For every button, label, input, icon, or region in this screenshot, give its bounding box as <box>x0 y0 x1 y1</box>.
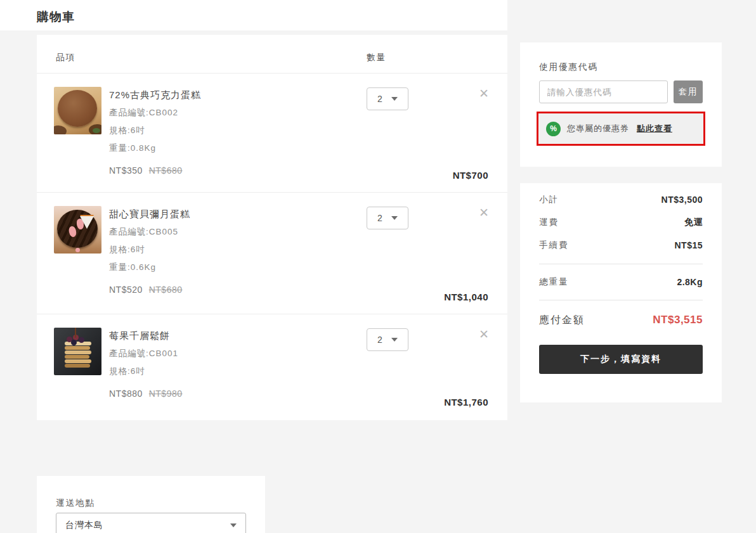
original-price: NT$680 <box>149 165 183 176</box>
line-total: NT$1,040 <box>444 292 488 302</box>
handling-fee-row: 手續費 NT$15 <box>539 234 703 257</box>
item-column-header: 品項 <box>56 52 75 63</box>
product-info: 72%古典巧克力蛋糕 產品編號:CB002 規格:6吋 重量:0.8Kg NT$… <box>109 86 362 176</box>
cart-item-row: 72%古典巧克力蛋糕 產品編號:CB002 規格:6吋 重量:0.8Kg NT$… <box>37 74 507 193</box>
product-code: 產品編號:CB001 <box>109 345 362 363</box>
original-price: NT$680 <box>149 285 183 295</box>
product-name: 莓果千層鬆餅 <box>109 327 362 345</box>
chevron-down-icon <box>391 97 398 101</box>
shipping-destination-label: 運送地點 <box>56 498 95 509</box>
product-image-chocolate-cake <box>54 87 101 134</box>
sale-price: NT$520 <box>109 285 143 295</box>
quantity-select[interactable]: 2 <box>367 328 408 351</box>
page-title: 購物車 <box>37 9 75 25</box>
total-weight-label: 總重量 <box>539 276 569 288</box>
price-line: NT$880 NT$980 <box>109 389 362 399</box>
product-weight: 重量:0.8Kg <box>109 139 362 157</box>
amount-payable-label: 應付金額 <box>539 314 585 327</box>
remove-item-icon[interactable]: ✕ <box>477 87 491 101</box>
cart-item-row: 莓果千層鬆餅 產品編號:CB001 規格:6吋 NT$880 NT$980 2 … <box>37 314 507 419</box>
quantity-column-header: 數量 <box>367 52 386 63</box>
product-info: 莓果千層鬆餅 產品編號:CB001 規格:6吋 NT$880 NT$980 <box>109 327 362 399</box>
subtotal-row: 小計 NT$3,500 <box>539 188 703 211</box>
apply-coupon-button[interactable]: 套用 <box>674 80 703 103</box>
original-price: NT$980 <box>149 389 183 399</box>
product-weight: 重量:0.6Kg <box>109 259 362 276</box>
product-info: 甜心寶貝彌月蛋糕 產品編號:CB005 規格:6吋 重量:0.6Kg NT$52… <box>109 205 362 295</box>
line-total: NT$1,760 <box>444 397 488 408</box>
divider <box>539 264 703 264</box>
product-name: 72%古典巧克力蛋糕 <box>109 86 362 104</box>
next-step-button[interactable]: 下一步，填寫資料 <box>539 345 703 374</box>
coupon-card: 使用優惠代碼 套用 % 您專屬的優惠券 點此查看 <box>520 42 722 167</box>
shipping-destination-select[interactable]: 台灣本島 <box>56 513 246 533</box>
shipping-fee-value: 免運 <box>684 217 703 228</box>
cart-table-header: 品項 數量 <box>37 35 507 74</box>
product-spec: 規格:6吋 <box>109 363 362 380</box>
shipping-fee-row: 運費 免運 <box>539 211 703 234</box>
coupon-input-row: 套用 <box>539 80 703 103</box>
remove-item-icon[interactable]: ✕ <box>477 206 491 220</box>
sale-price: NT$350 <box>109 165 143 176</box>
divider <box>539 300 703 300</box>
view-coupons-link[interactable]: 點此查看 <box>637 123 672 134</box>
quantity-value: 2 <box>377 94 382 104</box>
percent-badge-icon: % <box>546 122 561 136</box>
product-image-pancakes <box>54 328 101 375</box>
total-weight-value: 2.8Kg <box>677 277 703 287</box>
total-weight-row: 總重量 2.8Kg <box>539 271 703 293</box>
sale-price: NT$880 <box>109 389 143 399</box>
title-band <box>0 0 507 30</box>
chevron-down-icon <box>391 216 398 220</box>
line-total: NT$700 <box>453 170 488 181</box>
shipping-destination-card: 運送地點 台灣本島 <box>37 476 265 533</box>
quantity-select[interactable]: 2 <box>367 87 408 110</box>
cart-item-row: 甜心寶貝彌月蛋糕 產品編號:CB005 規格:6吋 重量:0.6Kg NT$52… <box>37 193 507 314</box>
chevron-down-icon <box>230 523 237 527</box>
chevron-down-icon <box>391 338 398 342</box>
exclusive-coupon-banner: % 您專屬的優惠券 點此查看 <box>538 113 703 144</box>
shipping-destination-value: 台灣本島 <box>65 520 230 531</box>
remove-item-icon[interactable]: ✕ <box>477 328 491 342</box>
exclusive-coupon-text: 您專屬的優惠券 <box>567 123 629 134</box>
quantity-select[interactable]: 2 <box>367 207 408 229</box>
amount-payable-value: NT$3,515 <box>653 314 703 326</box>
cart-page: 購物車 品項 數量 72%古典巧克力蛋糕 產品編號:CB002 規格:6吋 重量… <box>0 0 756 533</box>
shipping-fee-label: 運費 <box>539 217 559 228</box>
handling-fee-value: NT$15 <box>674 240 703 250</box>
amount-payable-row: 應付金額 NT$3,515 <box>539 307 703 333</box>
subtotal-label: 小計 <box>539 194 559 205</box>
product-spec: 規格:6吋 <box>109 241 362 259</box>
product-code: 產品編號:CB002 <box>109 104 362 122</box>
product-spec: 規格:6吋 <box>109 122 362 139</box>
product-image-baby-cake <box>54 206 101 254</box>
subtotal-value: NT$3,500 <box>662 195 703 205</box>
product-name: 甜心寶貝彌月蛋糕 <box>109 205 362 223</box>
price-line: NT$520 NT$680 <box>109 285 362 295</box>
coupon-section-label: 使用優惠代碼 <box>539 61 598 73</box>
order-summary-card: 小計 NT$3,500 運費 免運 手續費 NT$15 總重量 2.8Kg 應付… <box>520 183 722 402</box>
handling-fee-label: 手續費 <box>539 240 569 251</box>
quantity-value: 2 <box>377 335 382 345</box>
price-line: NT$350 NT$680 <box>109 165 362 176</box>
coupon-code-input[interactable] <box>539 80 668 103</box>
product-code: 產品編號:CB005 <box>109 223 362 241</box>
cart-card: 品項 數量 72%古典巧克力蛋糕 產品編號:CB002 規格:6吋 重量:0.8… <box>37 35 507 420</box>
quantity-value: 2 <box>377 213 382 223</box>
